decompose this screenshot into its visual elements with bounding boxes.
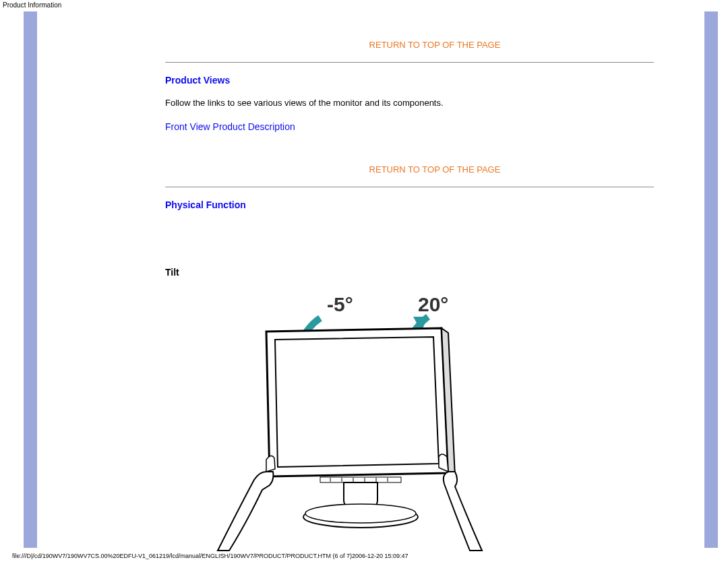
product-views-text: Follow the links to see various views of… bbox=[165, 98, 704, 108]
divider-2 bbox=[165, 187, 654, 187]
tilt-back-label: -5° bbox=[327, 293, 353, 315]
return-top-link-1[interactable]: RETURN TO TOP OF THE PAGE bbox=[191, 40, 679, 50]
monitor-button-strip bbox=[320, 477, 401, 482]
page-header-title: Product Information bbox=[0, 0, 728, 10]
right-hand bbox=[444, 472, 482, 551]
divider-1 bbox=[165, 62, 654, 63]
tilt-diagram: -5° 20° bbox=[165, 284, 516, 556]
right-margin-stripe bbox=[704, 11, 718, 548]
product-views-heading: Product Views bbox=[165, 75, 704, 86]
page-container: RETURN TO TOP OF THE PAGE Product Views … bbox=[0, 11, 728, 548]
main-content: RETURN TO TOP OF THE PAGE Product Views … bbox=[37, 11, 704, 548]
monitor-screen bbox=[275, 337, 439, 467]
left-margin-stripe bbox=[24, 11, 37, 548]
tilt-label: Tilt bbox=[165, 267, 704, 278]
left-hand bbox=[218, 472, 273, 551]
footer-file-path: file:///D|/cd/190WV7/190WV7CS.00%20EDFU-… bbox=[12, 553, 408, 559]
tilt-forward-label: 20° bbox=[418, 293, 448, 315]
monitor-base-top bbox=[305, 504, 416, 523]
physical-function-heading: Physical Function bbox=[165, 199, 704, 210]
return-top-link-2[interactable]: RETURN TO TOP OF THE PAGE bbox=[191, 164, 679, 175]
front-view-link[interactable]: Front View Product Description bbox=[165, 121, 295, 132]
left-fingers bbox=[266, 456, 275, 472]
